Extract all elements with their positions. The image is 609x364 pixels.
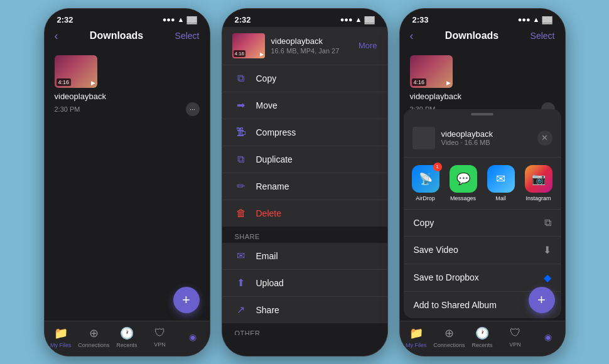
file-item-1[interactable]: 4:16 ▶ videoplayback 2:30 PM ··· (45, 48, 210, 124)
menu-move[interactable]: ➡ Move (222, 92, 387, 119)
tab-vpn-1[interactable]: 🛡 VPN (143, 326, 176, 348)
more-button-1[interactable]: ··· (186, 102, 200, 116)
messages-icon: 💬 (450, 165, 477, 193)
move-label: Move (256, 100, 278, 110)
share-app-airdrop[interactable]: 📡 1 AirDrop (410, 165, 441, 201)
status-icons-2: ●●● ▲ ▓▓ (340, 16, 375, 23)
share-label: Share (256, 305, 279, 315)
menu-delete[interactable]: 🗑 Delete (222, 200, 387, 227)
mail-label: Mail (495, 195, 506, 201)
context-duration: 4:16 (234, 50, 246, 57)
file-duration-3: 4:16 (412, 78, 427, 86)
menu-share[interactable]: ↗ Share (222, 297, 387, 323)
tab-recents-1[interactable]: 🕐 Recents (110, 326, 144, 348)
tab-bar-3: 📁 My Files ⊕ Connections 🕐 Recents 🛡 VPN… (400, 321, 565, 356)
upload-label: Upload (256, 278, 284, 288)
status-icons-1: ●●● ▲ ▓▓ (163, 16, 197, 23)
compress-label: Compress (256, 127, 296, 137)
connections-icon-1: ⊕ (89, 326, 99, 340)
airdrop-label: AirDrop (416, 195, 435, 201)
my-files-icon-1: 📁 (54, 326, 68, 340)
context-more-btn[interactable]: More (358, 41, 377, 50)
file-name-3: videoplayback (410, 92, 461, 101)
sheet-handle (471, 113, 493, 115)
delete-label: Delete (256, 208, 281, 218)
context-play: ▶ (260, 51, 264, 57)
share-action-save-dropbox[interactable]: Save to Dropbox ◆ (404, 264, 561, 291)
menu-upload[interactable]: ⬆ Upload (222, 270, 387, 297)
move-icon: ➡ (235, 99, 247, 112)
fab-button-1[interactable]: + (173, 287, 200, 313)
share-app-more[interactable]: ··· (561, 165, 561, 201)
tab-recents-3[interactable]: 🕐 Recents (466, 326, 499, 348)
select-button-1[interactable]: Select (175, 31, 200, 41)
my-files-icon-3: 📁 (409, 326, 423, 340)
share-close-button[interactable]: ✕ (537, 131, 552, 146)
phone-2: 2:32 ●●● ▲ ▓▓ 4:16 ▶ videoplayback 16.6 … (222, 8, 388, 356)
tab-connections-1[interactable]: ⊕ Connections (77, 326, 110, 348)
signal-icon-2: ●●● (340, 16, 353, 23)
battery-icon-3: ▓▓ (542, 16, 552, 23)
select-button-3[interactable]: Select (531, 31, 555, 41)
file-duration-1: 4:16 (57, 78, 72, 86)
file-thumbnail-1: 4:16 ▶ (55, 55, 97, 88)
menu-copy[interactable]: ⧉ Copy (222, 65, 387, 92)
phone-1: 2:32 ●●● ▲ ▓▓ ‹ Downloads Select 4:16 ▶ … (44, 8, 210, 356)
menu-compress[interactable]: 🗜 Compress (222, 119, 387, 146)
extra-icon-3: ◉ (544, 332, 552, 342)
vpn-label-1: VPN (154, 341, 166, 348)
signal-icon-1: ●●● (163, 16, 175, 23)
duplicate-icon: ⧉ (235, 153, 247, 166)
share-app-instagram[interactable]: 📷 Instagram (523, 165, 554, 201)
tab-my-files-1[interactable]: 📁 My Files (45, 326, 78, 348)
nav-title-3: Downloads (445, 30, 499, 41)
copy-icon: ⧉ (235, 72, 247, 85)
shared-album-label: Add to Shared Album (414, 300, 497, 310)
share-file-name: videoplayback (441, 129, 531, 139)
share-icon: ↗ (235, 304, 247, 316)
airdrop-icon: 📡 1 (412, 165, 439, 193)
file-name-1: videoplayback (55, 92, 106, 101)
share-app-messages[interactable]: 💬 Messages (448, 165, 479, 201)
email-label: Email (256, 251, 278, 261)
fab-icon-3: + (537, 292, 546, 308)
status-time-2: 2:32 (235, 15, 251, 24)
menu-rename[interactable]: ✏ Rename (222, 173, 387, 200)
menu-email[interactable]: ✉ Email (222, 243, 387, 270)
tab-extra-3[interactable]: ◉ (532, 332, 565, 342)
vpn-label-3: VPN (509, 341, 521, 348)
rename-icon: ✏ (235, 180, 247, 193)
save-dropbox-label: Save to Dropbox (414, 272, 479, 282)
save-video-label: Save Video (414, 245, 458, 255)
tab-extra-1[interactable]: ◉ (176, 332, 210, 342)
share-action-copy[interactable]: Copy ⧉ (404, 209, 561, 236)
vpn-icon-3: 🛡 (510, 326, 521, 340)
recents-icon-1: 🕐 (120, 326, 134, 340)
signal-icon-3: ●●● (518, 16, 531, 23)
file-thumbnail-3: 4:16 ▶ (410, 55, 453, 88)
delete-icon: 🗑 (235, 207, 247, 220)
menu-duplicate[interactable]: ⧉ Duplicate (222, 146, 387, 173)
tab-vpn-3[interactable]: 🛡 VPN (499, 326, 532, 348)
tab-connections-3[interactable]: ⊕ Connections (433, 326, 466, 348)
compress-icon: 🗜 (235, 126, 247, 139)
back-button-1[interactable]: ‹ (55, 29, 58, 43)
instagram-label: Instagram (525, 195, 551, 201)
nav-bar-1: ‹ Downloads Select (45, 27, 210, 48)
play-icon-3: ▶ (446, 80, 451, 86)
connections-icon-3: ⊕ (445, 326, 454, 340)
share-app-mail[interactable]: ✉ Mail (485, 165, 517, 201)
my-files-label-3: My Files (406, 342, 427, 348)
fab-button-3[interactable]: + (529, 287, 555, 313)
mail-icon: ✉ (487, 165, 515, 193)
back-button-3[interactable]: ‹ (410, 29, 414, 43)
close-icon: ✕ (541, 133, 548, 142)
tab-bar-1: 📁 My Files ⊕ Connections 🕐 Recents 🛡 VPN… (45, 321, 210, 356)
context-menu: ⧉ Copy ➡ Move 🗜 Compress ⧉ Duplicate ✏ R… (222, 65, 387, 227)
play-icon-1: ▶ (91, 80, 95, 86)
duplicate-label: Duplicate (256, 154, 293, 164)
tab-my-files-3[interactable]: 📁 My Files (400, 326, 433, 348)
airdrop-badge: 1 (433, 163, 442, 171)
email-icon: ✉ (235, 250, 247, 262)
share-action-save-video[interactable]: Save Video ⬇ (404, 236, 561, 264)
